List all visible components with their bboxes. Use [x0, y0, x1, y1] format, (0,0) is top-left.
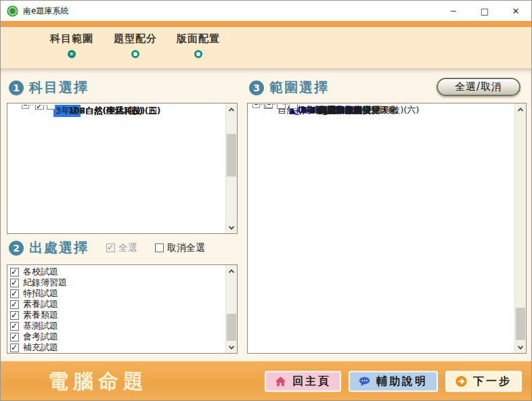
orange-divider-strip — [1, 21, 531, 27]
app-window: 南e題庫系統 ─ □ ✕ 科目範圍 題型配分 版面配置 1 科目選擇 — [0, 0, 532, 401]
subject-section-header: 1 科目選擇 — [9, 78, 89, 97]
list-checkbox[interactable] — [10, 333, 19, 341]
deselect-all-checkbox[interactable] — [155, 243, 164, 252]
scroll-down-arrow[interactable] — [226, 222, 237, 233]
scrollbar[interactable] — [225, 103, 237, 233]
scrollbar[interactable] — [514, 103, 526, 353]
section-number-badge: 2 — [9, 241, 24, 256]
section-title: 科目選擇 — [29, 78, 89, 97]
tree-item-label[interactable]: 5-5:能源的未來發展 — [301, 104, 380, 117]
list-item[interactable]: 素養試題 — [7, 299, 225, 310]
scrollbar-thumb[interactable] — [227, 314, 236, 341]
source-section-header: 2 出處選擇 全選 取消全選 — [9, 239, 205, 257]
footer-bar: 電腦命題 回主頁 輔助說明 — [1, 361, 531, 401]
step-question-allocation[interactable]: 題型配分 — [114, 32, 157, 58]
step-dot — [131, 50, 139, 58]
scrollbar-thumb[interactable] — [227, 134, 236, 176]
main-content: 1 科目選擇 107自然(生活科技)(二)2年級108自然(理化)(三)108自… — [1, 68, 531, 361]
list-checkbox[interactable] — [10, 289, 19, 298]
select-all-option[interactable]: 全選 — [106, 242, 137, 254]
maximize-button[interactable]: □ — [469, 1, 500, 21]
help-bubble-icon — [359, 376, 370, 387]
close-button[interactable]: ✕ — [500, 1, 531, 21]
next-arrow-icon — [456, 376, 467, 387]
select-all-checkbox[interactable] — [106, 243, 115, 252]
minimize-button[interactable]: ─ — [438, 1, 469, 21]
step-subject-range[interactable]: 科目範圍 — [50, 32, 93, 58]
list-checkbox[interactable] — [10, 300, 19, 309]
list-item[interactable]: 各校試題 — [7, 266, 225, 277]
collapse-toggle[interactable] — [22, 105, 29, 109]
list-item[interactable]: 素養類題 — [7, 310, 225, 321]
step-layout-config[interactable]: 版面配置 — [177, 32, 220, 58]
list-item[interactable]: 補充試題 — [7, 342, 225, 353]
scrollbar[interactable] — [225, 265, 237, 353]
window-title: 南e題庫系統 — [23, 5, 68, 17]
step-dot — [194, 50, 202, 58]
list-checkbox[interactable] — [10, 279, 19, 287]
range-section-header: 3 範圍選擇 — [249, 78, 329, 97]
tree-item-label[interactable]: 108自然(理化)(六) — [68, 105, 143, 117]
scroll-down-arrow[interactable] — [515, 342, 526, 352]
tree-checkbox[interactable] — [47, 105, 56, 110]
home-icon — [275, 376, 286, 387]
list-checkbox[interactable] — [10, 311, 19, 320]
list-checkbox[interactable] — [10, 268, 19, 277]
section-title: 出處選擇 — [29, 239, 89, 257]
section-number-badge: 1 — [9, 80, 24, 95]
collapse-toggle[interactable] — [252, 104, 260, 108]
scroll-up-arrow[interactable] — [226, 266, 237, 276]
scroll-down-arrow[interactable] — [226, 342, 237, 352]
scroll-up-arrow[interactable] — [226, 104, 237, 114]
deselect-all-option[interactable]: 取消全選 — [155, 242, 205, 254]
next-step-button[interactable]: 下一步 — [445, 371, 522, 392]
list-item[interactable]: 會考試題 — [7, 331, 225, 342]
tree-checkbox[interactable] — [289, 104, 298, 109]
wizard-stepper: 科目範圍 題型配分 版面配置 — [1, 27, 531, 68]
app-icon — [7, 5, 18, 17]
help-button[interactable]: 輔助說明 — [349, 371, 438, 392]
source-listbox: 各校試題紀錄簿習題特招試題素養試題素養類題基測試題會考試題補充試題 — [7, 264, 238, 354]
list-checkbox[interactable] — [10, 322, 19, 331]
step-dot-active — [68, 50, 76, 58]
list-item-label: 補充試題 — [23, 341, 58, 353]
home-button[interactable]: 回主頁 — [265, 371, 341, 392]
title-bar: 南e題庫系統 ─ □ ✕ — [1, 1, 531, 21]
footer-brand: 電腦命題 — [48, 368, 148, 396]
select-all-toggle-button[interactable]: 全選/取消 — [437, 78, 520, 96]
list-item[interactable]: 紀錄簿習題 — [7, 277, 225, 288]
range-tree-listbox: 3-1:地球的大氣3-2:天氣的要素3-3:氣團和鋒面3-4:臺灣常見的災變天氣… — [247, 103, 527, 354]
collapse-toggle[interactable] — [265, 104, 273, 108]
list-checkbox[interactable] — [10, 344, 19, 352]
subject-tree-listbox: 107自然(生活科技)(二)2年級108自然(理化)(三)108自然(生活科技)… — [7, 103, 238, 234]
scrollbar-thumb[interactable] — [516, 308, 525, 340]
section-number-badge: 3 — [249, 80, 264, 95]
list-item[interactable]: 基測試題 — [7, 321, 225, 331]
scroll-up-arrow[interactable] — [515, 104, 526, 114]
list-item[interactable]: 特招試題 — [7, 288, 225, 299]
section-title: 範圍選擇 — [269, 78, 329, 97]
